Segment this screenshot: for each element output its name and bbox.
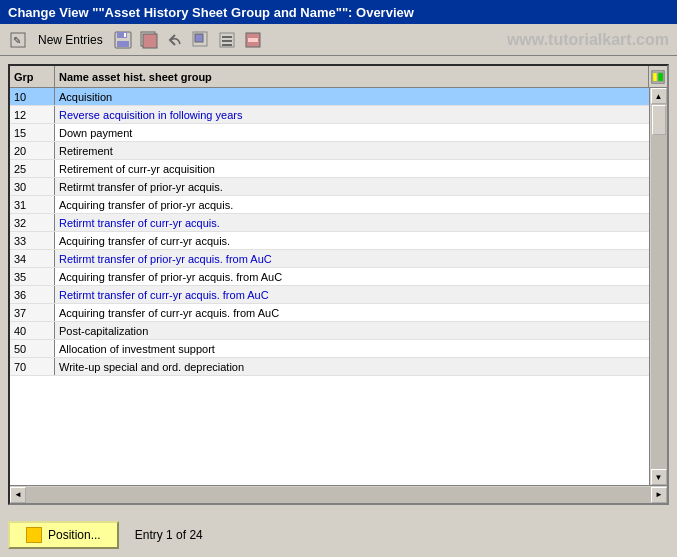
config-icon[interactable] <box>243 30 263 50</box>
copy2-icon[interactable] <box>191 30 211 50</box>
scroll-thumb[interactable] <box>652 105 666 135</box>
cell-name: Down payment <box>55 124 649 141</box>
scroll-down-button[interactable]: ▼ <box>651 469 667 485</box>
toolbar: ✎ New Entries <box>0 24 677 56</box>
cell-name: Retirement <box>55 142 649 159</box>
svg-rect-12 <box>222 40 232 42</box>
col-header-grp: Grp <box>10 66 55 87</box>
position-icon <box>26 527 42 543</box>
cell-grp: 37 <box>10 304 55 321</box>
hscroll-left-button[interactable]: ◄ <box>10 487 26 503</box>
cell-name: Acquisition <box>55 88 649 105</box>
table-row[interactable]: 12Reverse acquisition in following years <box>10 106 649 124</box>
svg-rect-13 <box>222 44 232 46</box>
cell-grp: 34 <box>10 250 55 267</box>
scroll-up-button[interactable]: ▲ <box>651 88 667 104</box>
cell-grp: 12 <box>10 106 55 123</box>
hscroll-right-button[interactable]: ► <box>651 487 667 503</box>
table-row[interactable]: 20Retirement <box>10 142 649 160</box>
watermark-text: www.tutorialkart.com <box>507 31 669 49</box>
cell-name: Acquiring transfer of curr-yr acquis. <box>55 232 649 249</box>
cell-name: Allocation of investment support <box>55 340 649 357</box>
cell-name: Reverse acquisition in following years <box>55 106 649 123</box>
table-row[interactable]: 34Retirmt transfer of prior-yr acquis. f… <box>10 250 649 268</box>
entry-count: Entry 1 of 24 <box>135 528 203 542</box>
cell-name: Acquiring transfer of prior-yr acquis. f… <box>55 268 649 285</box>
vertical-scrollbar[interactable]: ▲ ▼ <box>649 88 667 485</box>
window-title: Change View ""Asset History Sheet Group … <box>8 5 414 20</box>
cell-grp: 32 <box>10 214 55 231</box>
table-row[interactable]: 35Acquiring transfer of prior-yr acquis.… <box>10 268 649 286</box>
data-table: Grp Name asset hist. sheet group 10Acqui… <box>8 64 669 505</box>
svg-rect-15 <box>248 38 258 42</box>
cell-name: Acquiring transfer of prior-yr acquis. <box>55 196 649 213</box>
scroll-track[interactable] <box>651 104 667 469</box>
table-row[interactable]: 70Write-up special and ord. depreciation <box>10 358 649 376</box>
cell-name: Retirmt transfer of prior-yr acquis. <box>55 178 649 195</box>
table-rows-container: 10Acquisition12Reverse acquisition in fo… <box>10 88 649 485</box>
cell-grp: 30 <box>10 178 55 195</box>
svg-rect-11 <box>222 36 232 38</box>
table-row[interactable]: 40Post-capitalization <box>10 322 649 340</box>
cell-grp: 15 <box>10 124 55 141</box>
position-button[interactable]: Position... <box>8 521 119 549</box>
svg-rect-4 <box>117 41 129 47</box>
cell-name: Post-capitalization <box>55 322 649 339</box>
table-row[interactable]: 30Retirmt transfer of prior-yr acquis. <box>10 178 649 196</box>
cell-name: Acquiring transfer of curr-yr acquis. fr… <box>55 304 649 321</box>
cell-grp: 70 <box>10 358 55 375</box>
content-area: Grp Name asset hist. sheet group 10Acqui… <box>0 56 677 513</box>
svg-rect-5 <box>124 33 126 37</box>
table-body-area: 10Acquisition12Reverse acquisition in fo… <box>10 88 667 485</box>
table-row[interactable]: 36Retirmt transfer of curr-yr acquis. fr… <box>10 286 649 304</box>
position-label: Position... <box>48 528 101 542</box>
edit-icon[interactable]: ✎ <box>8 30 28 50</box>
svg-rect-9 <box>195 34 203 42</box>
new-entries-label: New Entries <box>38 33 103 47</box>
cell-name: Retirmt transfer of prior-yr acquis. fro… <box>55 250 649 267</box>
table-row[interactable]: 33Acquiring transfer of curr-yr acquis. <box>10 232 649 250</box>
cell-grp: 10 <box>10 88 55 105</box>
cell-name: Retirmt transfer of curr-yr acquis. <box>55 214 649 231</box>
cell-grp: 31 <box>10 196 55 213</box>
cell-grp: 33 <box>10 232 55 249</box>
copy-icon[interactable] <box>139 30 159 50</box>
svg-text:✎: ✎ <box>13 35 21 46</box>
svg-rect-7 <box>143 34 157 48</box>
table-row[interactable]: 32Retirmt transfer of curr-yr acquis. <box>10 214 649 232</box>
hscroll-track[interactable] <box>26 487 651 503</box>
table-row[interactable]: 10Acquisition <box>10 88 649 106</box>
paste-icon[interactable] <box>217 30 237 50</box>
undo-icon[interactable] <box>165 30 185 50</box>
cell-grp: 25 <box>10 160 55 177</box>
cell-grp: 36 <box>10 286 55 303</box>
table-row[interactable]: 50Allocation of investment support <box>10 340 649 358</box>
col-header-name: Name asset hist. sheet group <box>55 66 649 87</box>
table-row[interactable]: 37Acquiring transfer of curr-yr acquis. … <box>10 304 649 322</box>
new-entries-button[interactable]: New Entries <box>34 31 107 49</box>
cell-name: Retirmt transfer of curr-yr acquis. from… <box>55 286 649 303</box>
cell-name: Write-up special and ord. depreciation <box>55 358 649 375</box>
cell-grp: 35 <box>10 268 55 285</box>
svg-rect-18 <box>658 72 663 81</box>
cell-name: Retirement of curr-yr acquisition <box>55 160 649 177</box>
footer: Position... Entry 1 of 24 <box>0 513 677 557</box>
cell-grp: 50 <box>10 340 55 357</box>
title-bar: Change View ""Asset History Sheet Group … <box>0 0 677 24</box>
cell-grp: 20 <box>10 142 55 159</box>
svg-rect-17 <box>653 72 657 81</box>
column-config-icon[interactable] <box>649 66 667 87</box>
table-row[interactable]: 25Retirement of curr-yr acquisition <box>10 160 649 178</box>
save-icon[interactable] <box>113 30 133 50</box>
table-header: Grp Name asset hist. sheet group <box>10 66 667 88</box>
main-window: Change View ""Asset History Sheet Group … <box>0 0 677 557</box>
table-row[interactable]: 31Acquiring transfer of prior-yr acquis. <box>10 196 649 214</box>
table-row[interactable]: 15Down payment <box>10 124 649 142</box>
cell-grp: 40 <box>10 322 55 339</box>
horizontal-scrollbar[interactable]: ◄ ► <box>10 485 667 503</box>
